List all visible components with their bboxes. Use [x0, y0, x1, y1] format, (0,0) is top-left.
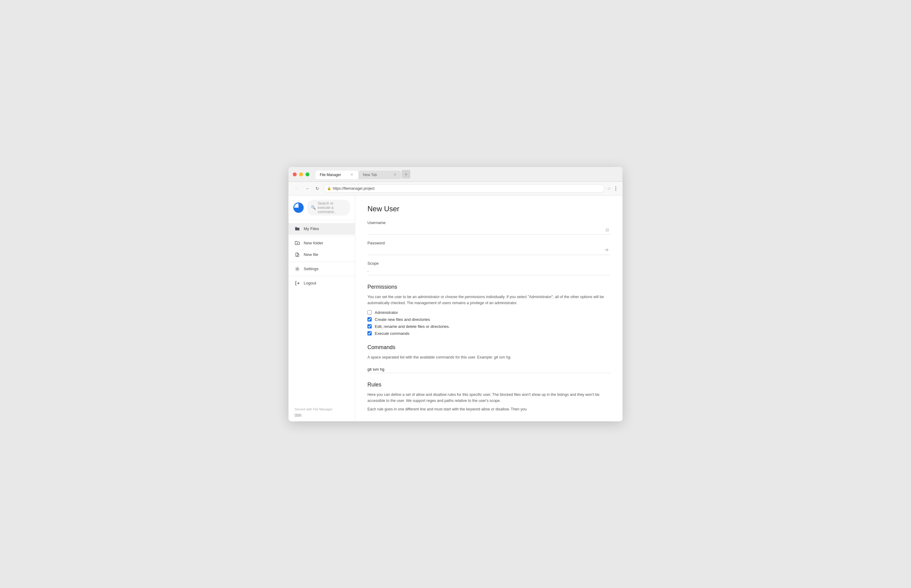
- checkbox-create-files[interactable]: [367, 317, 372, 321]
- browser-tabs: File Manager ✕ New Tab ✕ +: [316, 170, 410, 179]
- perm-label-execute-commands: Execute commands: [375, 331, 409, 336]
- app-topbar: 🔍 Search or execute a command...: [288, 195, 355, 220]
- username-label: Username: [367, 220, 610, 225]
- traffic-green[interactable]: [306, 173, 309, 176]
- browser-titlebar: File Manager ✕ New Tab ✕ +: [288, 167, 623, 182]
- username-icon: ⊟: [605, 227, 609, 232]
- checkbox-administrator[interactable]: [367, 310, 372, 315]
- main-content: New User Username ⊟ Password 👁 Scope: [355, 195, 623, 422]
- permission-edit-files: Edit, rename and delete files or directo…: [367, 324, 610, 329]
- sidebar-footer: Served with File Manager. Help: [288, 403, 355, 421]
- bookmark-star[interactable]: ☆: [607, 186, 611, 191]
- search-placeholder: Search or execute a command...: [318, 201, 346, 214]
- tab-close-file-manager[interactable]: ✕: [350, 173, 354, 177]
- scope-label: Scope: [367, 261, 610, 266]
- tab-label: New Tab: [363, 173, 377, 177]
- url-bar[interactable]: 🔒 https://filemanager.project: [324, 184, 605, 193]
- sidebar-label-myfiles: My Files: [304, 226, 319, 231]
- footer-line1: Served with File Manager.: [294, 407, 349, 412]
- username-input[interactable]: [367, 227, 610, 233]
- commands-title: Commands: [367, 344, 610, 351]
- app-layout: 🔍 Search or execute a command... My File…: [288, 195, 623, 422]
- traffic-red[interactable]: [293, 173, 297, 176]
- logout-icon: [294, 281, 300, 286]
- new-tab-button[interactable]: +: [402, 170, 410, 178]
- footer-line2[interactable]: Help: [294, 412, 349, 418]
- tab-label: File Manager: [320, 173, 341, 177]
- username-input-wrapper: ⊟: [367, 227, 610, 235]
- browser-navbar: ← → ↻ 🔒 https://filemanager.project ☆ ⋮: [288, 182, 623, 195]
- permissions-title: Permissions: [367, 284, 610, 290]
- sidebar-item-myfiles[interactable]: My Files: [288, 223, 355, 235]
- tab-file-manager[interactable]: File Manager ✕: [316, 171, 358, 179]
- checkbox-edit-files[interactable]: [367, 324, 372, 328]
- permission-administrator: Administrator: [367, 310, 610, 315]
- perm-label-create-files: Create new files and directories: [375, 317, 430, 322]
- folder-plus-icon: [294, 241, 300, 246]
- commands-input[interactable]: [367, 366, 610, 373]
- browser-window: File Manager ✕ New Tab ✕ + ← → ↻ 🔒 https…: [288, 167, 623, 422]
- reload-button[interactable]: ↻: [313, 184, 321, 192]
- forward-button[interactable]: →: [303, 184, 311, 192]
- password-label: Password: [367, 241, 610, 245]
- commands-description: A space separated list with the availabl…: [367, 354, 610, 360]
- permission-execute-commands: Execute commands: [367, 331, 610, 336]
- traffic-yellow[interactable]: [299, 173, 303, 176]
- sidebar-divider-1: [288, 236, 355, 236]
- rules-cut-text: Each rule goes in one different line and…: [367, 406, 610, 412]
- scope-group: Scope: [367, 261, 610, 275]
- sidebar-item-settings[interactable]: Settings: [288, 263, 355, 275]
- search-icon: 🔍: [311, 205, 316, 210]
- url-text: https://filemanager.project: [333, 186, 374, 191]
- svg-point-4: [297, 268, 298, 270]
- search-bar[interactable]: 🔍 Search or execute a command...: [307, 200, 350, 215]
- menu-dots[interactable]: ⋮: [613, 186, 618, 191]
- sidebar-label-newfile: New file: [304, 252, 318, 257]
- lock-icon: 🔒: [327, 186, 331, 190]
- sidebar-nav: My Files New folder New file: [288, 220, 355, 404]
- scope-input-wrapper: [367, 267, 610, 275]
- password-group: Password 👁: [367, 241, 610, 255]
- checkbox-execute-commands[interactable]: [367, 331, 372, 336]
- scope-input[interactable]: [367, 267, 610, 273]
- sidebar-label-newfolder: New folder: [304, 241, 324, 245]
- back-button[interactable]: ←: [293, 184, 301, 192]
- settings-icon: [294, 266, 300, 272]
- sidebar-item-newfolder[interactable]: New folder: [288, 237, 355, 249]
- tab-new-tab[interactable]: New Tab ✕: [359, 171, 401, 179]
- permission-create-files: Create new files and directories: [367, 317, 610, 322]
- tab-close-new-tab[interactable]: ✕: [393, 173, 397, 177]
- password-icon: 👁: [605, 248, 609, 252]
- sidebar-item-newfile[interactable]: New file: [288, 249, 355, 260]
- sidebar: 🔍 Search or execute a command... My File…: [288, 195, 355, 422]
- rules-description: Here you can define a set of allow and d…: [367, 392, 610, 404]
- password-input[interactable]: [367, 247, 610, 253]
- file-plus-icon: [294, 252, 300, 257]
- sidebar-item-logout[interactable]: Logout: [288, 278, 355, 289]
- page-title: New User: [367, 205, 610, 213]
- app-logo: [293, 202, 304, 213]
- permissions-description: You can set the user to be an administra…: [367, 294, 610, 306]
- perm-label-administrator: Administrator: [375, 310, 398, 315]
- sidebar-divider-2: [288, 262, 355, 262]
- sidebar-label-settings: Settings: [304, 267, 319, 271]
- password-input-wrapper: 👁: [367, 247, 610, 255]
- browser-controls: File Manager ✕ New Tab ✕ +: [293, 170, 618, 179]
- sidebar-label-logout: Logout: [304, 281, 316, 285]
- folder-icon: [294, 226, 300, 232]
- perm-label-edit-files: Edit, rename and delete files or directo…: [375, 324, 450, 329]
- username-group: Username ⊟: [367, 220, 610, 235]
- rules-title: Rules: [367, 381, 610, 388]
